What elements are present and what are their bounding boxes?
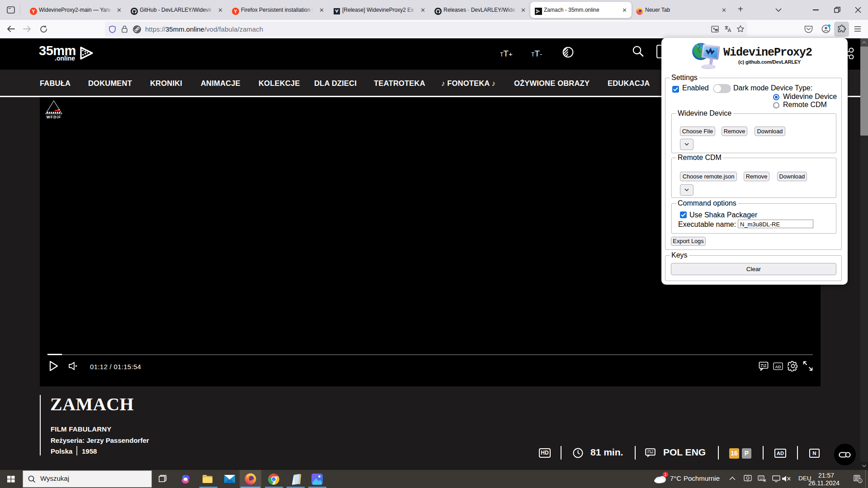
svg-text:Y: Y (234, 9, 237, 14)
svg-text:Y: Y (32, 9, 35, 14)
svg-text:WFDiF: WFDiF (47, 115, 61, 119)
svg-text:AD: AD (775, 365, 781, 369)
svg-text:1: 1 (859, 479, 861, 483)
